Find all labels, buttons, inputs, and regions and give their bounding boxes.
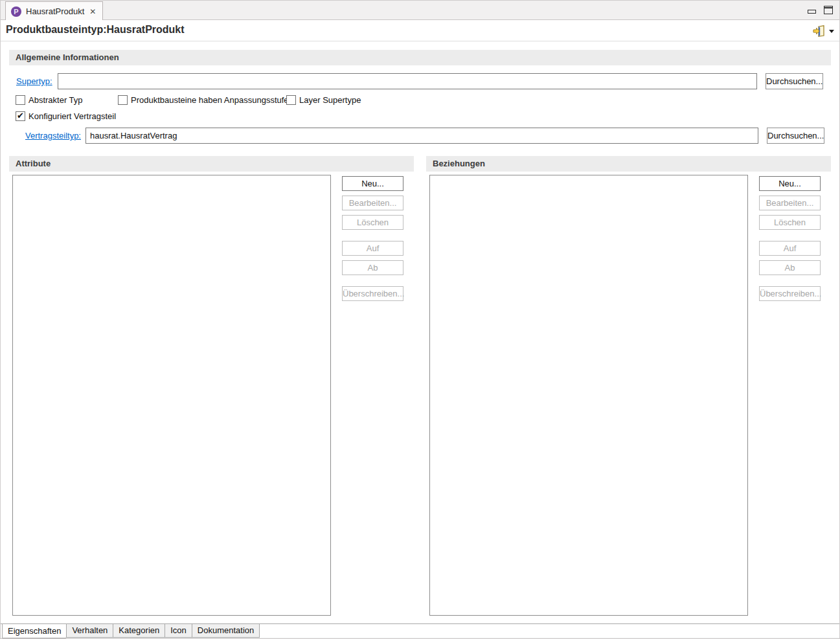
- attribute-auf-button[interactable]: Auf: [342, 241, 403, 256]
- editor-header: Produktbausteintyp:HausratProdukt: [1, 20, 839, 41]
- attribute-neu-button[interactable]: Neu...: [342, 176, 403, 191]
- vertragsteiltyp-link[interactable]: Vertragsteiltyp:: [25, 131, 81, 140]
- vertragsteiltyp-durchsuchen-button[interactable]: Durchsuchen...: [767, 128, 824, 144]
- beziehungen-neu-button[interactable]: Neu...: [759, 176, 821, 191]
- checkbox-group-layer-supertype: Layer Supertype: [286, 95, 361, 105]
- checkbox-label: Konfiguriert Vertragsteil: [28, 111, 116, 121]
- section-header-beziehungen: Beziehungen: [426, 156, 831, 172]
- tab-icon[interactable]: Icon: [165, 624, 192, 638]
- checkbox-label: Produktbausteine haben Anpassungsstufen: [131, 95, 293, 105]
- window-controls: [808, 6, 833, 14]
- checkbox-konfiguriert-vertragsteil[interactable]: [16, 111, 25, 121]
- attribute-loeschen-button[interactable]: Löschen: [342, 215, 403, 230]
- checkbox-group-anpassungsstufen: Produktbausteine haben Anpassungsstufen: [118, 95, 293, 105]
- beziehungen-bearbeiten-button[interactable]: Bearbeiten...: [759, 196, 821, 210]
- tab-verhalten[interactable]: Verhalten: [66, 624, 113, 638]
- beziehungen-ueberschreiben-button[interactable]: Überschreiben...: [759, 286, 821, 301]
- beziehungen-ab-button[interactable]: Ab: [759, 260, 821, 275]
- checkbox-label: Layer Supertype: [299, 95, 361, 105]
- editor-tab-bar: P HausratProdukt ✕: [1, 1, 839, 20]
- checkbox-label: Abstrakter Typ: [28, 95, 83, 105]
- maximize-icon[interactable]: [824, 6, 833, 14]
- vertragsteiltyp-input[interactable]: [85, 128, 758, 144]
- editor-tab-hausratprodukt[interactable]: P HausratProdukt ✕: [5, 1, 103, 21]
- editor-tab-label: HausratProdukt: [26, 6, 84, 16]
- page-title: Produktbausteintyp:HausratProdukt: [6, 24, 185, 36]
- checkbox-group-konfiguriert-vertragsteil: Konfiguriert Vertragsteil: [16, 111, 116, 121]
- door-arrow-icon: [812, 25, 826, 38]
- editor-action-button[interactable]: [812, 23, 834, 39]
- beziehungen-loeschen-button[interactable]: Löschen: [759, 215, 821, 230]
- supertyp-link[interactable]: Supertyp:: [16, 76, 52, 86]
- checkbox-layer-supertype[interactable]: [286, 95, 296, 105]
- tab-kategorien[interactable]: Kategorien: [113, 624, 165, 638]
- attribute-bearbeiten-button[interactable]: Bearbeiten...: [342, 196, 403, 210]
- attribute-ueberschreiben-button[interactable]: Überschreiben...: [342, 286, 403, 301]
- checkbox-abstrakter-typ[interactable]: [16, 95, 25, 105]
- supertyp-durchsuchen-button[interactable]: Durchsuchen...: [766, 73, 823, 89]
- checkbox-anpassungsstufen[interactable]: [118, 95, 128, 105]
- supertyp-input[interactable]: [58, 73, 757, 89]
- bottom-tab-bar: Eigenschaften Verhalten Kategorien Icon …: [1, 623, 839, 638]
- attribute-list[interactable]: [12, 175, 331, 616]
- section-header-attribute: Attribute: [9, 156, 414, 172]
- editor-window: P HausratProdukt ✕ Produktbausteintyp:Ha…: [0, 0, 840, 639]
- tab-eigenschaften[interactable]: Eigenschaften: [2, 623, 67, 638]
- close-tab-icon[interactable]: ✕: [89, 7, 96, 16]
- minimize-icon[interactable]: [808, 10, 816, 14]
- section-header-allgemeine-informationen: Allgemeine Informationen: [9, 50, 831, 65]
- checkbox-group-abstrakter-typ: Abstrakter Typ: [16, 95, 83, 105]
- chevron-down-icon: [829, 30, 834, 33]
- product-type-icon: P: [11, 6, 21, 17]
- beziehungen-auf-button[interactable]: Auf: [759, 241, 821, 256]
- tab-dokumentation[interactable]: Dokumentation: [192, 624, 260, 638]
- beziehungen-list[interactable]: [429, 175, 748, 616]
- attribute-ab-button[interactable]: Ab: [342, 260, 403, 275]
